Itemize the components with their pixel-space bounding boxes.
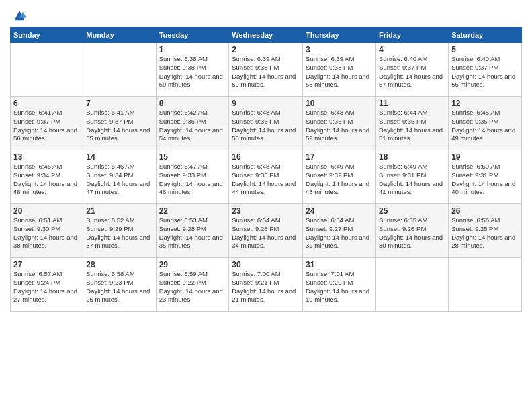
day-info: Sunrise: 6:43 AMSunset: 9:36 PMDaylight:… bbox=[232, 109, 300, 143]
day-info: Sunrise: 6:41 AMSunset: 9:37 PMDaylight:… bbox=[13, 109, 80, 143]
calendar-cell: 8Sunrise: 6:42 AMSunset: 9:36 PMDaylight… bbox=[156, 97, 229, 150]
calendar-week-row: 20Sunrise: 6:51 AMSunset: 9:30 PMDayligh… bbox=[11, 204, 522, 258]
calendar-cell: 10Sunrise: 6:43 AMSunset: 9:36 PMDayligh… bbox=[303, 97, 376, 150]
calendar-cell: 6Sunrise: 6:41 AMSunset: 9:37 PMDaylight… bbox=[11, 97, 83, 150]
col-monday: Monday bbox=[83, 28, 156, 43]
calendar-cell: 19Sunrise: 6:50 AMSunset: 9:31 PMDayligh… bbox=[449, 150, 522, 204]
logo-icon bbox=[12, 8, 27, 23]
calendar-cell: 7Sunrise: 6:41 AMSunset: 9:37 PMDaylight… bbox=[83, 97, 156, 150]
day-info: Sunrise: 6:46 AMSunset: 9:34 PMDaylight:… bbox=[13, 163, 80, 197]
calendar-cell bbox=[376, 258, 449, 312]
header bbox=[10, 7, 522, 23]
col-saturday: Saturday bbox=[449, 28, 522, 43]
day-number: 14 bbox=[86, 152, 152, 162]
col-sunday: Sunday bbox=[11, 28, 83, 43]
day-number: 4 bbox=[379, 45, 445, 54]
calendar-cell: 16Sunrise: 6:48 AMSunset: 9:33 PMDayligh… bbox=[229, 150, 303, 204]
day-number: 20 bbox=[13, 206, 80, 216]
calendar-header-row: Sunday Monday Tuesday Wednesday Thursday… bbox=[11, 28, 522, 43]
calendar-cell: 2Sunrise: 6:39 AMSunset: 9:38 PMDaylight… bbox=[229, 43, 303, 97]
day-info: Sunrise: 6:48 AMSunset: 9:33 PMDaylight:… bbox=[232, 163, 300, 197]
day-info: Sunrise: 6:54 AMSunset: 9:27 PMDaylight:… bbox=[306, 216, 373, 250]
calendar-week-row: 6Sunrise: 6:41 AMSunset: 9:37 PMDaylight… bbox=[11, 97, 522, 150]
day-info: Sunrise: 6:44 AMSunset: 9:35 PMDaylight:… bbox=[379, 109, 445, 143]
day-info: Sunrise: 6:52 AMSunset: 9:29 PMDaylight:… bbox=[86, 216, 152, 250]
day-number: 25 bbox=[379, 206, 445, 216]
day-info: Sunrise: 6:49 AMSunset: 9:31 PMDaylight:… bbox=[379, 163, 445, 197]
day-info: Sunrise: 7:01 AMSunset: 9:20 PMDaylight:… bbox=[306, 270, 373, 304]
day-number: 10 bbox=[306, 99, 373, 108]
day-number: 5 bbox=[451, 45, 519, 54]
day-number: 26 bbox=[451, 206, 519, 216]
logo bbox=[10, 7, 27, 23]
day-number: 19 bbox=[451, 152, 519, 162]
calendar-table: Sunday Monday Tuesday Wednesday Thursday… bbox=[10, 27, 522, 312]
calendar-cell: 13Sunrise: 6:46 AMSunset: 9:34 PMDayligh… bbox=[11, 150, 83, 204]
day-number: 6 bbox=[13, 99, 80, 108]
day-number: 13 bbox=[13, 152, 80, 162]
calendar-cell: 21Sunrise: 6:52 AMSunset: 9:29 PMDayligh… bbox=[83, 204, 156, 258]
day-info: Sunrise: 6:43 AMSunset: 9:36 PMDaylight:… bbox=[306, 109, 373, 143]
calendar-cell: 17Sunrise: 6:49 AMSunset: 9:32 PMDayligh… bbox=[303, 150, 376, 204]
day-info: Sunrise: 6:59 AMSunset: 9:22 PMDaylight:… bbox=[159, 270, 226, 304]
calendar-cell: 14Sunrise: 6:46 AMSunset: 9:34 PMDayligh… bbox=[83, 150, 156, 204]
day-number: 24 bbox=[306, 206, 373, 216]
calendar-cell: 4Sunrise: 6:40 AMSunset: 9:37 PMDaylight… bbox=[376, 43, 449, 97]
day-number: 21 bbox=[86, 206, 152, 216]
day-info: Sunrise: 6:42 AMSunset: 9:36 PMDaylight:… bbox=[159, 109, 226, 143]
day-info: Sunrise: 6:51 AMSunset: 9:30 PMDaylight:… bbox=[13, 216, 80, 250]
calendar-cell: 1Sunrise: 6:38 AMSunset: 9:38 PMDaylight… bbox=[156, 43, 229, 97]
day-number: 23 bbox=[232, 206, 300, 216]
day-number: 22 bbox=[159, 206, 226, 216]
col-tuesday: Tuesday bbox=[156, 28, 229, 43]
calendar-cell: 30Sunrise: 7:00 AMSunset: 9:21 PMDayligh… bbox=[229, 258, 303, 312]
col-thursday: Thursday bbox=[303, 28, 376, 43]
calendar-cell bbox=[449, 258, 522, 312]
calendar-cell: 23Sunrise: 6:54 AMSunset: 9:28 PMDayligh… bbox=[229, 204, 303, 258]
day-info: Sunrise: 6:39 AMSunset: 9:38 PMDaylight:… bbox=[306, 55, 373, 89]
col-wednesday: Wednesday bbox=[229, 28, 303, 43]
calendar-cell: 28Sunrise: 6:58 AMSunset: 9:23 PMDayligh… bbox=[83, 258, 156, 312]
day-number: 17 bbox=[306, 152, 373, 162]
day-number: 9 bbox=[232, 99, 300, 108]
calendar-cell: 3Sunrise: 6:39 AMSunset: 9:38 PMDaylight… bbox=[303, 43, 376, 97]
day-info: Sunrise: 6:56 AMSunset: 9:25 PMDaylight:… bbox=[451, 216, 519, 250]
day-info: Sunrise: 6:41 AMSunset: 9:37 PMDaylight:… bbox=[86, 109, 152, 143]
calendar-cell: 24Sunrise: 6:54 AMSunset: 9:27 PMDayligh… bbox=[303, 204, 376, 258]
calendar-week-row: 27Sunrise: 6:57 AMSunset: 9:24 PMDayligh… bbox=[11, 258, 522, 312]
day-number: 18 bbox=[379, 152, 445, 162]
page: Sunday Monday Tuesday Wednesday Thursday… bbox=[0, 0, 532, 411]
day-number: 1 bbox=[159, 45, 226, 54]
calendar-cell: 29Sunrise: 6:59 AMSunset: 9:22 PMDayligh… bbox=[156, 258, 229, 312]
calendar-cell: 22Sunrise: 6:53 AMSunset: 9:28 PMDayligh… bbox=[156, 204, 229, 258]
calendar-cell: 5Sunrise: 6:40 AMSunset: 9:37 PMDaylight… bbox=[449, 43, 522, 97]
calendar-cell: 27Sunrise: 6:57 AMSunset: 9:24 PMDayligh… bbox=[11, 258, 83, 312]
day-number: 11 bbox=[379, 99, 445, 108]
col-friday: Friday bbox=[376, 28, 449, 43]
day-info: Sunrise: 6:54 AMSunset: 9:28 PMDaylight:… bbox=[232, 216, 300, 250]
day-info: Sunrise: 6:46 AMSunset: 9:34 PMDaylight:… bbox=[86, 163, 152, 197]
day-number: 16 bbox=[232, 152, 300, 162]
day-info: Sunrise: 6:47 AMSunset: 9:33 PMDaylight:… bbox=[159, 163, 226, 197]
day-info: Sunrise: 6:39 AMSunset: 9:38 PMDaylight:… bbox=[232, 55, 300, 89]
day-number: 15 bbox=[159, 152, 226, 162]
calendar-cell: 11Sunrise: 6:44 AMSunset: 9:35 PMDayligh… bbox=[376, 97, 449, 150]
calendar-cell: 25Sunrise: 6:55 AMSunset: 9:26 PMDayligh… bbox=[376, 204, 449, 258]
day-number: 30 bbox=[232, 260, 300, 269]
day-number: 27 bbox=[13, 260, 80, 269]
calendar-cell: 31Sunrise: 7:01 AMSunset: 9:20 PMDayligh… bbox=[303, 258, 376, 312]
day-info: Sunrise: 6:55 AMSunset: 9:26 PMDaylight:… bbox=[379, 216, 445, 250]
day-info: Sunrise: 7:00 AMSunset: 9:21 PMDaylight:… bbox=[232, 270, 300, 304]
calendar-cell bbox=[11, 43, 83, 97]
day-info: Sunrise: 6:38 AMSunset: 9:38 PMDaylight:… bbox=[159, 55, 226, 89]
day-number: 29 bbox=[159, 260, 226, 269]
day-info: Sunrise: 6:40 AMSunset: 9:37 PMDaylight:… bbox=[379, 55, 445, 89]
day-info: Sunrise: 6:53 AMSunset: 9:28 PMDaylight:… bbox=[159, 216, 226, 250]
day-number: 12 bbox=[451, 99, 519, 108]
calendar-cell bbox=[83, 43, 156, 97]
calendar-cell: 15Sunrise: 6:47 AMSunset: 9:33 PMDayligh… bbox=[156, 150, 229, 204]
calendar-cell: 9Sunrise: 6:43 AMSunset: 9:36 PMDaylight… bbox=[229, 97, 303, 150]
calendar-cell: 20Sunrise: 6:51 AMSunset: 9:30 PMDayligh… bbox=[11, 204, 83, 258]
day-info: Sunrise: 6:40 AMSunset: 9:37 PMDaylight:… bbox=[451, 55, 519, 89]
day-number: 8 bbox=[159, 99, 226, 108]
